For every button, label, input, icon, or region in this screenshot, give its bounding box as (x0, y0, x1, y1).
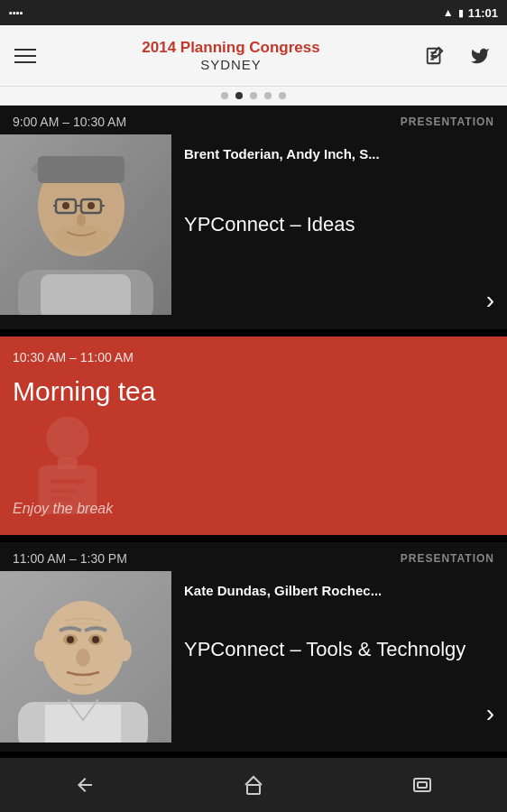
content-area: 9:00 AM – 10:30 AM PRESENTATION (0, 106, 507, 752)
session-1-time: 9:00 AM – 10:30 AM (13, 115, 126, 129)
chevron-icon-1: › (486, 286, 494, 318)
recents-button[interactable] (395, 763, 449, 807)
dot-1 (221, 92, 228, 99)
svg-point-15 (88, 202, 95, 209)
android-icon: ▪▪▪▪ (9, 7, 23, 18)
session-1-title: YPConnect – Ideas (184, 163, 494, 287)
session-2-title: Morning tea (13, 376, 494, 407)
card-3-info: Kate Dundas, Gilbert Rochec... YPConnect… (171, 571, 507, 743)
watermark-svg (9, 409, 126, 526)
bottom-nav (0, 758, 507, 812)
event-name: 2014 Planning Congress (43, 39, 419, 57)
event-city: SYDNEY (43, 57, 419, 72)
svg-point-34 (34, 640, 49, 661)
card-3-header: 11:00 AM – 1:30 PM PRESENTATION (0, 542, 507, 571)
battery-icon: ▮ (458, 7, 464, 19)
session-card-3[interactable]: 11:00 AM – 1:30 PM PRESENTATION (0, 542, 507, 743)
back-button[interactable] (58, 763, 112, 807)
status-icons-left: ▪▪▪▪ (9, 7, 23, 18)
session-3-speakers: Kate Dundas, Gilbert Rochec... (184, 582, 494, 600)
twitter-icon (470, 46, 490, 66)
session-card-1[interactable]: 9:00 AM – 10:30 AM PRESENTATION (0, 106, 507, 329)
svg-point-14 (62, 202, 69, 209)
svg-rect-39 (414, 779, 430, 791)
svg-rect-19 (41, 274, 131, 315)
svg-point-17 (54, 225, 108, 252)
write-icon (425, 46, 445, 66)
svg-rect-38 (247, 785, 260, 794)
dot-5 (279, 92, 286, 99)
wifi-icon: ▲ (443, 6, 454, 19)
write-button[interactable] (419, 40, 451, 72)
svg-point-31 (67, 636, 74, 643)
svg-rect-24 (51, 497, 72, 501)
speaker-face-1 (0, 134, 171, 315)
status-bar: ▪▪▪▪ ▲ ▮ 11:01 (0, 0, 507, 25)
spacer-2 (0, 535, 507, 542)
speaker-image-1 (0, 134, 171, 315)
svg-rect-40 (418, 782, 427, 788)
speaker-image-2 (0, 571, 171, 743)
svg-rect-25 (58, 457, 78, 469)
back-icon (74, 774, 96, 796)
svg-rect-23 (51, 489, 78, 493)
svg-point-35 (117, 640, 132, 661)
session-card-2[interactable]: 10:30 AM – 11:00 AM Morning tea Enjoy th… (0, 337, 507, 535)
recents-icon (411, 774, 433, 796)
svg-point-28 (41, 601, 124, 695)
card-1-info: Brent Toderian, Andy Inch, S... YPConnec… (171, 134, 507, 329)
dot-2 (235, 92, 243, 99)
app-bar: 2014 Planning Congress SYDNEY (0, 25, 507, 87)
home-button[interactable] (226, 763, 281, 807)
svg-point-16 (77, 214, 86, 226)
card-1-header: 9:00 AM – 10:30 AM PRESENTATION (0, 106, 507, 134)
svg-point-32 (92, 636, 99, 643)
svg-rect-22 (51, 479, 86, 484)
session-3-type: PRESENTATION (401, 552, 494, 565)
dots-indicator (0, 87, 507, 106)
session-2-time: 10:30 AM – 11:00 AM (13, 350, 134, 364)
app-bar-actions (419, 40, 496, 72)
speaker-face-2 (0, 571, 171, 743)
twitter-button[interactable] (464, 40, 496, 72)
watermark-icon (9, 409, 126, 526)
home-icon (243, 774, 264, 796)
session-3-title: YPConnect – Tools & Technolgy (184, 600, 494, 700)
session-1-speakers: Brent Toderian, Andy Inch, S... (184, 145, 494, 163)
dot-3 (250, 92, 257, 99)
svg-point-20 (46, 417, 89, 460)
spacer-1 (0, 329, 507, 337)
card-2-header: 10:30 AM – 11:00 AM (0, 337, 507, 369)
svg-rect-8 (38, 156, 124, 183)
session-3-time: 11:00 AM – 1:30 PM (13, 551, 127, 566)
chevron-icon-2: › (486, 699, 494, 732)
card-3-body: Kate Dundas, Gilbert Rochec... YPConnect… (0, 571, 507, 743)
svg-point-33 (76, 649, 90, 667)
svg-rect-37 (45, 705, 121, 743)
status-icons-right: ▲ ▮ 11:01 (443, 6, 498, 20)
dot-4 (264, 92, 272, 99)
menu-button[interactable] (11, 40, 43, 72)
hamburger-line (14, 49, 36, 51)
app-bar-title: 2014 Planning Congress SYDNEY (43, 39, 419, 72)
hamburger-line (14, 55, 36, 57)
status-time: 11:01 (468, 6, 498, 20)
session-1-type: PRESENTATION (401, 115, 494, 128)
hamburger-line (14, 61, 36, 63)
card-1-body: Brent Toderian, Andy Inch, S... YPConnec… (0, 134, 507, 329)
